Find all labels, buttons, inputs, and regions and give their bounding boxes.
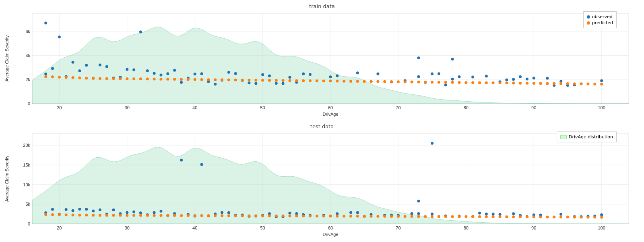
test-legend: DrivAge distribution [557, 131, 617, 142]
observed-legend-item: observed [587, 14, 613, 19]
train-chart-title: train data [3, 2, 641, 9]
drivage-dist-rect [560, 135, 567, 139]
predicted-label: predicted [592, 20, 613, 25]
observed-dot [587, 15, 590, 19]
predicted-legend-item: predicted [587, 20, 613, 25]
drivage-dist-label: DrivAge distribution [569, 134, 613, 140]
drivage-dist-legend-item: DrivAge distribution [560, 134, 613, 140]
predicted-dot [587, 21, 590, 25]
test-chart-title: test data [3, 122, 641, 129]
observed-label: observed [592, 14, 613, 19]
main-container: train data observed predicted test data … [0, 0, 644, 242]
train-legend: observed predicted [583, 11, 617, 28]
test-chart [3, 129, 641, 240]
train-chart [3, 9, 641, 120]
